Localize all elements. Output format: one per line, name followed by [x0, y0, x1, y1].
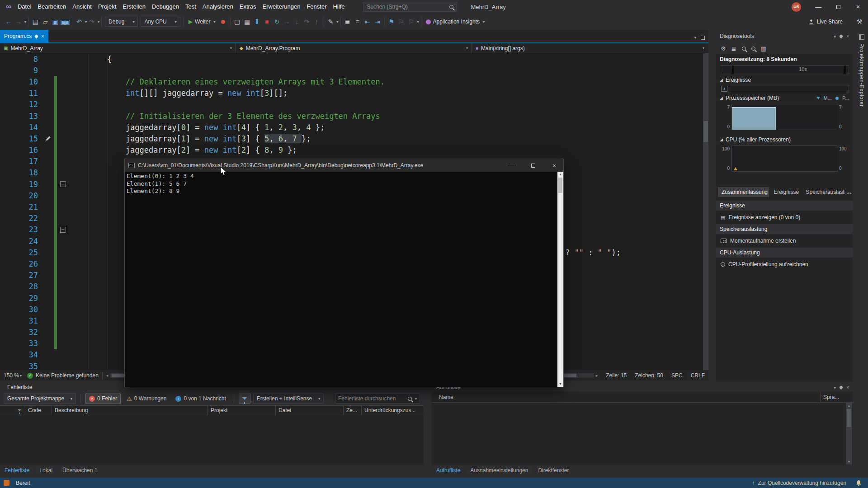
- tab-überwachen-1[interactable]: Überwachen 1: [62, 467, 97, 474]
- line-comment-icon[interactable]: ≣: [343, 16, 353, 27]
- active-files-dropdown-icon[interactable]: ▾: [694, 35, 696, 40]
- close-icon[interactable]: ×: [846, 385, 849, 390]
- export-icon[interactable]: ≣: [731, 45, 736, 52]
- eol-indicator[interactable]: CRLF: [691, 372, 705, 379]
- menu-erweiterungen[interactable]: Erweiterungen: [259, 0, 304, 14]
- diagnostics-title-bar[interactable]: Diagnosetools ▾ ×: [716, 30, 853, 42]
- redo-caret-icon[interactable]: ▾: [98, 20, 99, 24]
- cpu-section-header[interactable]: ◢ CPU (% aller Prozessoren): [716, 135, 853, 145]
- add-to-source-control-button[interactable]: Zur Quellcodeverwaltung hinzufügen: [758, 480, 846, 486]
- events-section-header[interactable]: ◢ Ereignisse: [716, 75, 853, 85]
- background-tasks-icon[interactable]: [4, 480, 9, 486]
- menu-bearbeiten[interactable]: Bearbeiten: [34, 0, 69, 14]
- minimize-button[interactable]: —: [808, 0, 828, 14]
- next-bookmark-icon[interactable]: ⚐: [406, 16, 416, 27]
- private-bytes-legend-icon[interactable]: [835, 97, 839, 100]
- notifications-bell-icon[interactable]: [856, 480, 862, 486]
- restart-icon[interactable]: ↻: [272, 16, 282, 27]
- indent-decrease-icon[interactable]: ⇤: [363, 16, 373, 27]
- take-snapshot-link[interactable]: Momentaufnahme erstellen: [716, 235, 853, 247]
- step-over-icon[interactable]: ↷: [302, 16, 312, 27]
- error-list-search[interactable]: ▾: [335, 394, 420, 404]
- tab-direktfenster[interactable]: Direktfenster: [538, 467, 569, 474]
- quick-launch-search[interactable]: [363, 2, 457, 12]
- column-header-projekt[interactable]: Projekt: [208, 406, 276, 415]
- tab-program-cs[interactable]: Program.cs ×: [0, 30, 48, 42]
- indent-increase-icon[interactable]: ⇥: [373, 16, 382, 27]
- build-intellisense-dropdown[interactable]: Erstellen + IntelliSense▾: [253, 394, 324, 404]
- chart-options-icon[interactable]: ▥: [761, 45, 766, 52]
- space-mode-indicator[interactable]: SPC: [671, 372, 683, 379]
- close-button[interactable]: ×: [848, 0, 868, 14]
- tab-ausnahmeeinstellungen[interactable]: Ausnahmeeinstellungen: [470, 467, 528, 474]
- zoom-in-icon[interactable]: [751, 47, 755, 51]
- column-header-datei[interactable]: Datei: [276, 406, 344, 415]
- navigate-forward-icon[interactable]: →: [14, 16, 24, 27]
- menu-extras[interactable]: Extras: [236, 0, 259, 14]
- severity-column[interactable]: [0, 406, 25, 415]
- search-input[interactable]: [367, 4, 449, 10]
- float-window-icon[interactable]: [701, 36, 705, 40]
- scrollbar-thumb[interactable]: [703, 121, 708, 142]
- expander-icon[interactable]: ◢: [720, 96, 723, 100]
- errors-filter-toggle[interactable]: × 0 Fehler: [85, 394, 121, 404]
- console-scrollbar[interactable]: ▲ ▼: [557, 172, 563, 387]
- error-search-input[interactable]: [338, 395, 406, 402]
- editor-vertical-scrollbar[interactable]: [703, 53, 708, 370]
- filter-button[interactable]: [239, 394, 250, 404]
- maximize-button[interactable]: [828, 0, 848, 14]
- menu-ansicht[interactable]: Ansicht: [69, 0, 95, 14]
- diagnostics-tab-zusammenfassung[interactable]: Zusammenfassung: [718, 187, 769, 197]
- menu-debuggen[interactable]: Debuggen: [149, 0, 182, 14]
- zoom-out-icon[interactable]: [742, 47, 746, 51]
- show-next-statement-icon[interactable]: →: [282, 16, 292, 27]
- open-folder-icon[interactable]: ▱: [40, 16, 50, 27]
- pin-icon[interactable]: [839, 34, 844, 38]
- bookmark-icon[interactable]: ⚑: [387, 16, 396, 27]
- tab-scroll-icons[interactable]: ◂ ▸: [845, 191, 852, 195]
- console-title-bar[interactable]: C:\ C:\Users\vm_01\Documents\Visual Stud…: [125, 159, 563, 172]
- zoom-control[interactable]: 150 %: [4, 372, 19, 379]
- show-events-link[interactable]: ▤ Ereignisse anzeigen (0 von 0): [716, 211, 853, 223]
- console-output[interactable]: Element(0): 1 2 3 4Element(1): 5 6 7Elem…: [125, 172, 563, 387]
- record-cpu-profile-link[interactable]: CPU-Profilerstellung aufzeichnen: [716, 258, 853, 270]
- breadcrumb-member[interactable]: ■ Main(string[] args) ▾: [472, 43, 708, 53]
- pin-icon[interactable]: [34, 34, 39, 38]
- code-cleanup-icon[interactable]: ✎: [326, 16, 336, 27]
- tab-aufrufliste[interactable]: Aufrufliste: [436, 467, 460, 474]
- name-column[interactable]: Name: [432, 394, 821, 400]
- tab-lokal[interactable]: Lokal: [39, 467, 52, 474]
- debug-configuration-dropdown[interactable]: Debug▾: [105, 17, 138, 27]
- diagnostics-tab-speicherauslastur[interactable]: Speicherauslastur: [802, 187, 851, 197]
- quick-actions-screwdriver-icon[interactable]: [45, 136, 51, 142]
- save-icon[interactable]: ▣: [50, 16, 60, 27]
- continue-button[interactable]: ▶ Weiter ▾: [186, 16, 218, 27]
- breadcrumb-project[interactable]: ▣ MehrD_Array ▾: [0, 43, 236, 53]
- show-diagnostics-icon[interactable]: ▦: [242, 16, 252, 27]
- fold-marker[interactable]: −: [60, 227, 66, 233]
- scroll-up-icon[interactable]: ▲: [559, 172, 562, 177]
- scroll-down-icon[interactable]: ▼: [848, 459, 851, 465]
- expander-icon[interactable]: ◢: [720, 137, 723, 142]
- scroll-right-icon[interactable]: ▸: [596, 373, 598, 378]
- menu-fenster[interactable]: Fenster: [303, 0, 330, 14]
- close-icon[interactable]: ×: [846, 34, 849, 39]
- messages-filter-toggle[interactable]: i 0 von 1 Nachricht: [172, 394, 229, 404]
- uncomment-icon[interactable]: ≡: [353, 16, 363, 27]
- window-position-icon[interactable]: ▾: [834, 385, 836, 390]
- menu-datei[interactable]: Datei: [14, 0, 34, 14]
- diagnostics-tab-ereignisse[interactable]: Ereignisse: [770, 187, 801, 197]
- settings-gear-icon[interactable]: ⚙: [721, 45, 726, 52]
- session-timeline[interactable]: 10s: [720, 65, 849, 74]
- column-header-code[interactable]: Code: [25, 406, 52, 415]
- cpu-chart-plot[interactable]: [731, 145, 837, 172]
- feedback-icon[interactable]: ⚒: [854, 16, 864, 27]
- redo-icon[interactable]: ↷: [87, 16, 97, 27]
- snapshot-legend-icon[interactable]: [816, 97, 820, 99]
- menu-hilfe[interactable]: Hilfe: [330, 0, 348, 14]
- user-avatar[interactable]: US: [792, 2, 801, 12]
- prev-bookmark-icon[interactable]: ⚐: [396, 16, 406, 27]
- warnings-filter-toggle[interactable]: ⚠ 0 Warnungen: [123, 394, 170, 404]
- column-header-beschreibung[interactable]: Beschreibung: [52, 406, 208, 415]
- memory-chart-plot[interactable]: [731, 104, 837, 130]
